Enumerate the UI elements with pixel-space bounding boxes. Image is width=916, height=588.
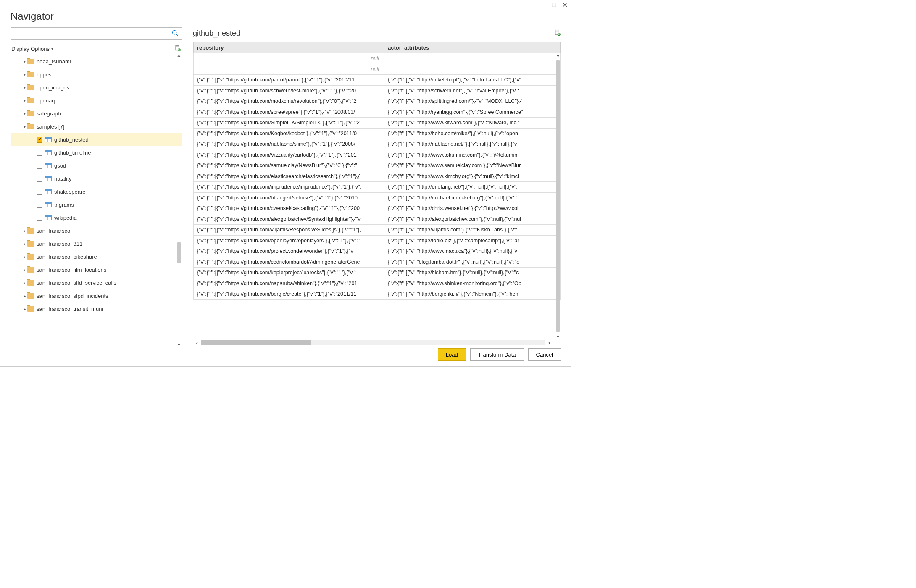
tree-item[interactable]: natality bbox=[11, 172, 182, 185]
cell-actor-attributes[interactable]: {"v":{"f":[{"v":"http://dukeleto.pl"},{"… bbox=[384, 75, 561, 86]
tree-item[interactable]: wikipedia bbox=[11, 211, 182, 224]
tree-checkbox[interactable] bbox=[37, 215, 42, 221]
cell-actor-attributes[interactable]: {"v":{"f":[{"v":"http://chris.wensel.net… bbox=[384, 203, 561, 214]
expand-arrow[interactable] bbox=[22, 293, 27, 299]
cell-repository[interactable]: {"v":{"f":[{"v":"https://github.com/vilj… bbox=[194, 225, 384, 236]
cell-repository[interactable]: {"v":{"f":[{"v":"https://github.com/cedr… bbox=[194, 257, 384, 268]
table-row[interactable]: {"v":{"f":[{"v":"https://github.com/proj… bbox=[194, 246, 561, 257]
expand-arrow[interactable] bbox=[22, 124, 27, 129]
expand-arrow[interactable] bbox=[22, 280, 27, 286]
cell-repository[interactable]: {"v":{"f":[{"v":"https://github.com/proj… bbox=[194, 246, 384, 257]
cell-repository[interactable]: {"v":{"f":[{"v":"https://github.com/Kegb… bbox=[194, 128, 384, 139]
scroll-down-arrow[interactable]: ⌄ bbox=[555, 332, 561, 339]
table-row[interactable]: {"v":{"f":[{"v":"https://github.com/nabl… bbox=[194, 139, 561, 150]
table-row[interactable]: {"v":{"f":[{"v":"https://github.com/cedr… bbox=[194, 257, 561, 268]
preview-vertical-scrollbar[interactable]: ⌃ ⌄ bbox=[555, 54, 561, 339]
tree-checkbox[interactable] bbox=[37, 137, 42, 143]
cell-actor-attributes[interactable]: {"v":{"f":[{"v":"http://www.samuelclay.c… bbox=[384, 160, 561, 171]
cell-repository[interactable]: {"v":{"f":[{"v":"https://github.com/bban… bbox=[194, 192, 384, 203]
scroll-up-arrow[interactable]: ⌃ bbox=[555, 54, 561, 60]
load-button[interactable]: Load bbox=[438, 348, 466, 361]
search-icon[interactable] bbox=[172, 30, 178, 37]
tree-vertical-scrollbar[interactable]: ⌃ ⌄ bbox=[176, 54, 182, 346]
cell-repository[interactable]: {"v":{"f":[{"v":"https://github.com/samu… bbox=[194, 160, 384, 171]
table-row[interactable]: {"v":{"f":[{"v":"https://github.com/elas… bbox=[194, 171, 561, 182]
table-row[interactable]: null bbox=[194, 64, 561, 75]
tree-item[interactable]: san_francisco_bikeshare bbox=[11, 250, 182, 263]
table-row[interactable]: {"v":{"f":[{"v":"https://github.com/open… bbox=[194, 235, 561, 246]
cell-actor-attributes[interactable]: {"v":{"f":[{"v":"http://ryanbigg.com"},{… bbox=[384, 107, 561, 118]
table-row[interactable]: {"v":{"f":[{"v":"https://github.com/spre… bbox=[194, 107, 561, 118]
table-row[interactable]: {"v":{"f":[{"v":"https://github.com/Kegb… bbox=[194, 128, 561, 139]
table-row[interactable]: {"v":{"f":[{"v":"https://github.com/Vizz… bbox=[194, 150, 561, 160]
cell-repository[interactable]: {"v":{"f":[{"v":"https://github.com/nabl… bbox=[194, 139, 384, 150]
table-row[interactable]: {"v":{"f":[{"v":"https://github.com/samu… bbox=[194, 160, 561, 171]
cell-actor-attributes[interactable]: {"v":{"f":[{"v":"http://michael.merickel… bbox=[384, 192, 561, 203]
column-header-actor-attributes[interactable]: actor_attributes bbox=[384, 42, 561, 53]
refresh-preview-icon[interactable] bbox=[555, 29, 561, 37]
cell-repository[interactable]: {"v":{"f":[{"v":"https://github.com/modx… bbox=[194, 96, 384, 107]
tree-item[interactable]: noaa_tsunami bbox=[11, 55, 182, 68]
cell-repository[interactable]: {"v":{"f":[{"v":"https://github.com/open… bbox=[194, 235, 384, 246]
cell-actor-attributes[interactable]: {"v":{"f":[{"v":"http://alexgorbatchev.c… bbox=[384, 214, 561, 225]
column-header-repository[interactable]: repository bbox=[194, 42, 384, 53]
transform-data-button[interactable]: Transform Data bbox=[470, 348, 524, 361]
table-row[interactable]: {"v":{"f":[{"v":"https://github.com/cwen… bbox=[194, 203, 561, 214]
cell-actor-attributes[interactable]: {"v":{"f":[{"v":"http://onefang.net/"},{… bbox=[384, 182, 561, 193]
display-options-dropdown[interactable]: Display Options▾ bbox=[11, 46, 53, 52]
cell-repository[interactable]: {"v":{"f":[{"v":"https://github.com/schw… bbox=[194, 85, 384, 96]
table-row[interactable]: {"v":{"f":[{"v":"https://github.com/schw… bbox=[194, 85, 561, 96]
cell-repository[interactable]: {"v":{"f":[{"v":"https://github.com/Simp… bbox=[194, 118, 384, 129]
cell-actor-attributes[interactable]: {"v":{"f":[{"v":"blog.lombardot.fr"},{"v… bbox=[384, 257, 561, 268]
expand-arrow[interactable] bbox=[22, 85, 27, 90]
table-row[interactable]: {"v":{"f":[{"v":"https://github.com/napa… bbox=[194, 278, 561, 289]
tree-item[interactable]: nppes bbox=[11, 68, 182, 81]
expand-arrow[interactable] bbox=[22, 59, 27, 64]
table-row[interactable]: {"v":{"f":[{"v":"https://github.com/vilj… bbox=[194, 225, 561, 236]
cell-actor-attributes[interactable] bbox=[384, 53, 561, 64]
tree-item[interactable]: san_francisco_film_locations bbox=[11, 263, 182, 276]
tree-item[interactable]: open_images bbox=[11, 81, 182, 94]
expand-arrow[interactable] bbox=[22, 111, 27, 116]
table-row[interactable]: {"v":{"f":[{"v":"https://github.com/alex… bbox=[194, 214, 561, 225]
expand-arrow[interactable] bbox=[22, 228, 27, 234]
cell-actor-attributes[interactable]: {"v":{"f":[{"v":"http://www.kitware.com"… bbox=[384, 118, 561, 129]
expand-arrow[interactable] bbox=[22, 254, 27, 260]
tree-item[interactable]: san_francisco_sfpd_incidents bbox=[11, 289, 182, 302]
table-row[interactable]: {"v":{"f":[{"v":"https://github.com/impr… bbox=[194, 182, 561, 193]
tree-item[interactable]: shakespeare bbox=[11, 185, 182, 198]
cell-actor-attributes[interactable]: {"v":{"f":[{"v":"http://bergie.iki.fi/"}… bbox=[384, 289, 561, 300]
cell-actor-attributes[interactable]: {"v":{"f":[{"v":"http://schwern.net"},{"… bbox=[384, 85, 561, 96]
navigator-tree[interactable]: noaa_tsunaminppesopen_imagesopenaqsafegr… bbox=[11, 54, 182, 346]
preview-table[interactable]: repository actor_attributes nullnull{"v"… bbox=[193, 42, 561, 346]
expand-arrow[interactable] bbox=[22, 306, 27, 312]
cell-actor-attributes[interactable]: {"v":{"f":[{"v":"http://www.macti.ca"},{… bbox=[384, 246, 561, 257]
cell-repository[interactable]: null bbox=[194, 53, 384, 64]
cell-repository[interactable]: {"v":{"f":[{"v":"https://github.com/napa… bbox=[194, 278, 384, 289]
tree-item[interactable]: san_francisco_transit_muni bbox=[11, 302, 182, 315]
table-row[interactable]: {"v":{"f":[{"v":"https://github.com/modx… bbox=[194, 96, 561, 107]
cell-actor-attributes[interactable]: {"v":{"f":[{"v":"http://splittingred.com… bbox=[384, 96, 561, 107]
tree-item[interactable]: github_nested bbox=[11, 133, 182, 146]
expand-arrow[interactable] bbox=[22, 98, 27, 103]
tree-item[interactable]: san_francisco_311 bbox=[11, 237, 182, 250]
tree-item[interactable]: gsod bbox=[11, 159, 182, 172]
tree-checkbox[interactable] bbox=[37, 163, 42, 169]
cell-repository[interactable]: {"v":{"f":[{"v":"https://github.com/impr… bbox=[194, 182, 384, 193]
expand-arrow[interactable] bbox=[22, 267, 27, 273]
tree-item[interactable]: san_francisco_sffd_service_calls bbox=[11, 276, 182, 289]
table-row[interactable]: null bbox=[194, 53, 561, 64]
cell-actor-attributes[interactable] bbox=[384, 64, 561, 75]
cell-repository[interactable]: {"v":{"f":[{"v":"https://github.com/cwen… bbox=[194, 203, 384, 214]
tree-checkbox[interactable] bbox=[37, 176, 42, 182]
cell-actor-attributes[interactable]: {"v":{"f":[{"v":"http://www.kimchy.org"}… bbox=[384, 171, 561, 182]
cell-actor-attributes[interactable]: {"v":{"f":[{"v":"http://hoho.com/mike/"}… bbox=[384, 128, 561, 139]
scroll-up-arrow[interactable]: ⌃ bbox=[176, 54, 182, 61]
scroll-thumb[interactable] bbox=[177, 242, 181, 263]
table-row[interactable]: {"v":{"f":[{"v":"https://github.com/berg… bbox=[194, 289, 561, 300]
scroll-thumb[interactable] bbox=[556, 60, 560, 332]
tree-item[interactable]: openaq bbox=[11, 94, 182, 107]
cell-actor-attributes[interactable]: {"v":{"f":[{"v":"http://hisham.hm"},{"v"… bbox=[384, 268, 561, 278]
cell-actor-attributes[interactable]: {"v":{"f":[{"v":"http://tonio.biz"},{"v"… bbox=[384, 235, 561, 246]
cell-actor-attributes[interactable]: {"v":{"f":[{"v":"http://www.tokumine.com… bbox=[384, 150, 561, 160]
